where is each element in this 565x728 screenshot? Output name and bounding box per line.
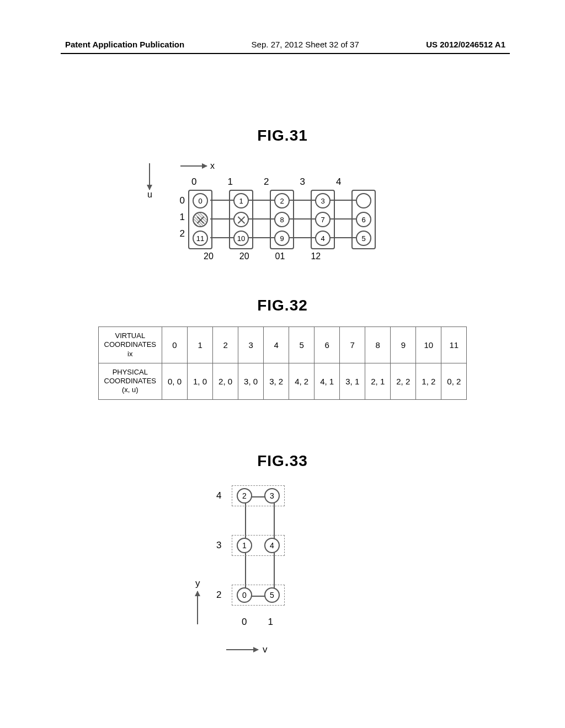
cell: 1, 0 [188,363,213,399]
node: 0 [237,587,252,603]
row-header: 4 [216,490,226,501]
cell: 1 [188,327,213,363]
y-axis-arrow: y [195,578,200,624]
col-header: 0 [191,176,196,188]
cell: 2, 0 [213,363,238,399]
figure-32: FIG.32 VIRTUAL COORDINATES ix 0 1 2 3 4 … [0,297,565,400]
col-header: 4 [336,176,341,188]
node-failed [233,212,249,227]
fig33-row: 3 1 4 [216,535,285,556]
fig31-columns: 0 11 1 10 2 8 9 3 [188,190,376,249]
cell: 3 [238,327,264,363]
cell: 9 [391,327,416,363]
fig31-body: x u 0 1 2 3 4 0 1 2 [158,161,407,277]
row-header: 3 [216,540,226,551]
cell: 4, 2 [289,363,315,399]
node: 6 [356,212,371,227]
cell: 4, 1 [315,363,340,399]
node: 1 [237,538,252,553]
node: 5 [356,231,371,246]
arrow-right-icon [180,165,207,167]
node: 11 [193,231,208,246]
gap-label: 01 [275,251,285,261]
row-box: 1 4 [232,535,285,556]
v-axis-arrow: v [226,644,268,655]
fig33-body: 4 2 3 3 1 4 2 0 5 0 1 y [211,484,354,672]
v-axis-label: v [263,644,268,655]
row-header: 1 [175,212,188,223]
gap-label: 20 [204,251,214,261]
row-box: 2 3 [232,485,285,506]
figure-31: FIG.31 x u 0 1 2 3 4 0 1 2 [0,127,565,277]
header-center: Sep. 27, 2012 Sheet 32 of 37 [252,40,359,49]
header-right: US 2012/0246512 A1 [426,40,505,49]
cell: 7 [340,327,365,363]
figure-33: FIG.33 4 2 3 3 1 4 2 0 5 [0,452,565,672]
fig31-grid: 0 1 2 3 4 0 1 2 [175,176,376,249]
node: 1 [233,193,249,208]
node: 10 [233,231,249,246]
cell: 10 [416,327,441,363]
cell: 2 [213,327,238,363]
col-header: 1 [227,176,232,188]
node: 9 [274,231,290,246]
row-header-virtual: VIRTUAL COORDINATES ix [98,327,162,363]
y-axis-label: y [195,578,200,589]
x-axis-arrow: x [180,161,215,171]
col-header: 1 [268,617,273,628]
cell: 6 [315,327,340,363]
u-axis-label: u [147,190,152,200]
fig32-title: FIG.32 [0,297,565,314]
node: 8 [274,212,290,227]
fig33-col-headers: 0 1 [242,617,273,628]
arrow-right-icon [226,649,258,650]
row-header: 2 [175,228,188,239]
cell: 8 [365,327,391,363]
node-empty [356,193,371,208]
col-header: 2 [264,176,269,188]
node: 7 [315,212,331,227]
cell: 5 [289,327,315,363]
fig33-title: FIG.33 [0,452,565,470]
col-header: 3 [300,176,305,188]
col-header: 0 [242,617,247,628]
row-box: 0 5 [232,585,285,606]
node: 3 [315,193,331,208]
gap-label: 20 [239,251,249,261]
fig31-title: FIG.31 [0,127,565,144]
u-axis-arrow: u [147,163,152,200]
node: 0 [193,193,208,208]
cell: 0, 2 [441,363,467,399]
node: 5 [264,587,280,603]
fig31-col-headers: 0 1 2 3 4 [191,176,376,188]
cell: 0 [162,327,188,363]
node: 2 [237,488,252,504]
table-row: VIRTUAL COORDINATES ix 0 1 2 3 4 5 6 7 8… [98,327,467,363]
arrow-down-icon [149,163,150,190]
fig33-row: 2 0 5 [216,585,285,606]
node: 3 [264,488,280,504]
fig32-table: VIRTUAL COORDINATES ix 0 1 2 3 4 5 6 7 8… [98,326,467,400]
cell: 2, 2 [391,363,416,399]
cell: 3, 2 [264,363,289,399]
fig33-row: 4 2 3 [216,485,285,506]
header-rule [61,53,510,54]
header-left: Patent Application Publication [65,40,184,49]
node: 4 [315,231,331,246]
cell: 3, 0 [238,363,264,399]
row-header-physical: PHYSICAL COORDINATES (x, u) [98,363,162,399]
cell: 3, 1 [340,363,365,399]
page-header: Patent Application Publication Sep. 27, … [0,40,565,49]
row-header: 2 [216,590,226,601]
cell: 11 [441,327,467,363]
fig31-bottom-labels: 20 20 01 12 [204,251,321,261]
x-axis-label: x [210,161,215,171]
row-header: 0 [175,195,188,206]
node: 2 [274,193,290,208]
arrow-up-icon [197,591,198,624]
node-failed [193,212,208,227]
cell: 4 [264,327,289,363]
cell: 2, 1 [365,363,391,399]
node: 4 [264,538,280,553]
cell: 0, 0 [162,363,188,399]
